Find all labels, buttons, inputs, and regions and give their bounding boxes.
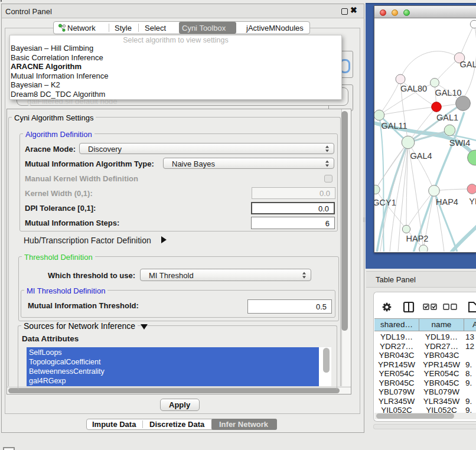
svg-text:HAP4: HAP4 [436, 197, 458, 207]
svg-text:GAL80: GAL80 [400, 84, 427, 93]
svg-text:SWI4: SWI4 [449, 138, 470, 148]
svg-text:GAL11: GAL11 [381, 121, 407, 131]
svg-text:GAL7: GAL7 [459, 60, 476, 69]
svg-text:GCY1: GCY1 [374, 198, 396, 207]
svg-text:GAL10: GAL10 [435, 88, 461, 97]
svg-text:HAP2: HAP2 [406, 234, 429, 243]
svg-text:GAL4: GAL4 [410, 151, 432, 161]
svg-text:GAL1: GAL1 [436, 113, 458, 122]
svg-text:YP: YP [469, 197, 476, 206]
